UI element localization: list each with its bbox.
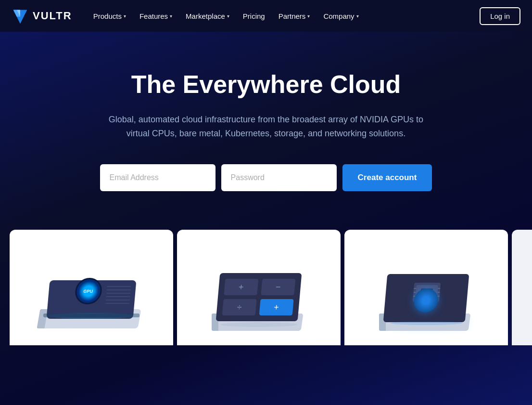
email-input[interactable] [100, 164, 215, 191]
cards-row: GPU [0, 230, 532, 345]
logo-link[interactable]: VULTR [12, 7, 72, 25]
storage-illustration [373, 244, 479, 331]
partial-card [512, 230, 532, 345]
storage-base-glow-icon [383, 320, 469, 326]
svg-point-11 [220, 322, 297, 327]
compute-btn-1: + [224, 279, 258, 295]
password-input[interactable] [221, 164, 337, 191]
nav-item-features[interactable]: Features ▾ [134, 8, 178, 24]
compute-glow-icon [215, 321, 302, 328]
navbar: VULTR Products ▾ Features ▾ Marketplace … [0, 0, 532, 32]
chevron-down-icon: ▾ [227, 13, 229, 19]
hero-subtitle: Global, automated cloud infrastructure f… [102, 113, 430, 141]
nav-links: Products ▾ Features ▾ Marketplace ▾ Pric… [88, 8, 480, 24]
hero-title: The Everywhere Cloud [131, 70, 401, 99]
chevron-down-icon: ▾ [307, 13, 310, 19]
hero-content: The Everywhere Cloud Global, automated c… [90, 32, 442, 220]
gpu-heatsink-icon [105, 284, 131, 313]
chevron-down-icon: ▾ [170, 13, 172, 19]
gpu-base-glow-icon [43, 311, 139, 321]
storage-card [344, 230, 508, 345]
compute-card: + − ÷ + [177, 230, 341, 345]
chevron-down-icon: ▾ [356, 13, 359, 19]
vultr-logo-icon [12, 7, 29, 25]
svg-rect-10 [43, 314, 139, 317]
hero-form: Create account [100, 164, 432, 191]
login-button[interactable]: Log in [480, 7, 520, 25]
create-account-button[interactable]: Create account [342, 164, 432, 191]
chevron-down-icon: ▾ [124, 13, 126, 19]
gpu-card: GPU [10, 230, 173, 345]
nav-item-partners[interactable]: Partners ▾ [273, 8, 316, 24]
compute-illustration: + − ÷ + [206, 244, 312, 331]
nav-item-products[interactable]: Products ▾ [88, 8, 132, 24]
hero-section: The Everywhere Cloud Global, automated c… [0, 0, 532, 405]
svg-point-20 [390, 321, 462, 325]
brand-name: VULTR [33, 10, 72, 22]
compute-btn-active: + [259, 299, 294, 315]
nav-item-marketplace[interactable]: Marketplace ▾ [180, 8, 235, 24]
compute-top: + − ÷ + [216, 273, 302, 321]
storage-top [383, 274, 469, 322]
nav-item-pricing[interactable]: Pricing [237, 8, 271, 24]
compute-btn-3: ÷ [222, 299, 257, 315]
compute-btn-2: − [261, 279, 295, 295]
nav-item-company[interactable]: Company ▾ [317, 8, 364, 24]
gpu-illustration: GPU [38, 247, 144, 328]
